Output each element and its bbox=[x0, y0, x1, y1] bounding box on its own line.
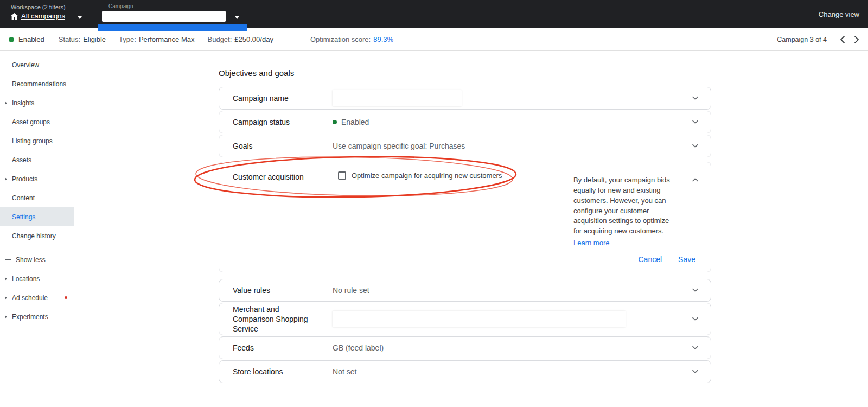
sidebar-item-assets[interactable]: Assets bbox=[0, 150, 74, 169]
setting-value: Not set bbox=[333, 367, 356, 376]
customer-acquisition-help-panel: By default, your campaign bids equally f… bbox=[565, 175, 675, 249]
setting-label: Feeds bbox=[233, 343, 333, 353]
setting-row-campaign-status[interactable]: Campaign status Enabled bbox=[219, 111, 711, 133]
sidebar-item-label: Asset groups bbox=[12, 118, 50, 126]
all-campaigns-label: All campaigns bbox=[21, 12, 65, 20]
expand-arrow-icon[interactable] bbox=[5, 277, 7, 281]
optimization-score-link[interactable]: 89.3% bbox=[373, 35, 393, 43]
sidebar-item-locations[interactable]: Locations bbox=[0, 269, 74, 288]
setting-value: Use campaign specific goal: Purchases bbox=[333, 142, 465, 150]
all-campaigns-breadcrumb[interactable]: All campaigns bbox=[11, 12, 66, 20]
chevron-left-icon bbox=[840, 36, 845, 43]
campaign-selector-label: Campaign bbox=[108, 3, 226, 9]
setting-value: No rule set bbox=[333, 286, 369, 295]
chevron-right-icon bbox=[854, 36, 859, 43]
setting-row-feeds[interactable]: Feeds GB (feed label) bbox=[219, 336, 711, 359]
sidebar-item-label: Ad schedule bbox=[12, 294, 48, 302]
home-icon bbox=[11, 13, 18, 20]
sidebar-item-label: Overview bbox=[12, 61, 39, 69]
chevron-down-icon[interactable] bbox=[692, 144, 699, 148]
sidebar-item-label: Assets bbox=[12, 156, 31, 164]
optimization-score-pair: Optimization score: 89.3% bbox=[310, 35, 393, 43]
show-less-label: Show less bbox=[16, 256, 46, 264]
campaign-status-bar: Enabled Status: Eligible Type: Performan… bbox=[0, 28, 868, 51]
sidebar-item-label: Listing groups bbox=[12, 137, 53, 145]
setting-label: Campaign name bbox=[233, 93, 333, 103]
save-button[interactable]: Save bbox=[678, 255, 695, 264]
sidebar-item-change-history[interactable]: Change history bbox=[0, 226, 74, 245]
setting-label: Merchant and Comparison Shopping Service bbox=[233, 304, 333, 334]
setting-row-value-rules[interactable]: Value rules No rule set bbox=[219, 279, 711, 302]
checkbox-label: Optimize campaign for acquiring new cust… bbox=[352, 171, 502, 180]
sidebar-item-insights[interactable]: Insights bbox=[0, 93, 74, 112]
setting-label-text: Merchant and Comparison Shopping Service bbox=[233, 304, 317, 334]
budget-pair: Budget: £250.00/day bbox=[208, 35, 273, 43]
minus-icon bbox=[5, 259, 11, 260]
type-value: Performance Max bbox=[139, 35, 195, 43]
budget-value: £250.00/day bbox=[234, 35, 273, 43]
campaign-name-value-box bbox=[333, 90, 462, 106]
setting-row-goals[interactable]: Goals Use campaign specific goal: Purcha… bbox=[219, 135, 711, 157]
sidebar-item-content[interactable]: Content bbox=[0, 188, 74, 207]
sidebar-item-label: Locations bbox=[12, 275, 40, 283]
sidebar-item-settings[interactable]: Settings bbox=[0, 207, 74, 226]
optimize-new-customers-option[interactable]: Optimize campaign for acquiring new cust… bbox=[338, 171, 502, 180]
sidebar-show-less-button[interactable]: Show less bbox=[0, 251, 74, 269]
campaign-enabled-chip[interactable]: Enabled bbox=[18, 35, 44, 43]
chevron-down-icon[interactable] bbox=[692, 346, 699, 350]
setting-value: GB (feed label) bbox=[333, 344, 384, 352]
sidebar-item-experiments[interactable]: Experiments bbox=[0, 307, 74, 326]
campaign-selector-active-indicator bbox=[98, 24, 247, 31]
cancel-button[interactable]: Cancel bbox=[638, 255, 662, 264]
type-label: Type: bbox=[119, 35, 136, 43]
expand-arrow-icon[interactable] bbox=[5, 296, 7, 300]
sidebar-item-listing-groups[interactable]: Listing groups bbox=[0, 131, 74, 150]
setting-row-campaign-name[interactable]: Campaign name bbox=[219, 87, 711, 110]
settings-main-content: Objectives and goals Campaign name Campa… bbox=[219, 68, 711, 384]
setting-label: Store locations bbox=[233, 367, 333, 377]
campaign-selector-input[interactable] bbox=[102, 11, 226, 22]
section-title: Objectives and goals bbox=[219, 68, 711, 78]
campaign-dropdown-caret-icon[interactable] bbox=[235, 16, 239, 19]
chevron-down-icon[interactable] bbox=[692, 317, 699, 321]
previous-campaign-button[interactable] bbox=[840, 36, 845, 43]
chevron-up-icon[interactable] bbox=[692, 174, 699, 184]
sidebar-item-ad-schedule[interactable]: Ad schedule bbox=[0, 288, 74, 307]
campaign-sidebar-nav: Overview Recommendations Insights Asset … bbox=[0, 51, 74, 407]
change-view-button[interactable]: Change view bbox=[819, 10, 859, 18]
next-campaign-button[interactable] bbox=[854, 36, 859, 43]
sidebar-item-asset-groups[interactable]: Asset groups bbox=[0, 112, 74, 131]
sidebar-item-products[interactable]: Products bbox=[0, 169, 74, 188]
workspace-dropdown-caret-icon[interactable] bbox=[78, 16, 82, 19]
setting-label: Customer acquisition bbox=[233, 173, 304, 181]
expand-arrow-icon[interactable] bbox=[5, 101, 7, 105]
setting-row-merchant-css[interactable]: Merchant and Comparison Shopping Service bbox=[219, 303, 711, 335]
sidebar-item-overview[interactable]: Overview bbox=[0, 55, 74, 74]
help-text: By default, your campaign bids equally f… bbox=[573, 176, 670, 235]
status-value: Eligible bbox=[83, 35, 106, 43]
sidebar-item-label: Experiments bbox=[12, 313, 48, 321]
workspace-block: Workspace (2 filters) All campaigns bbox=[11, 4, 66, 20]
sidebar-item-label: Change history bbox=[12, 232, 56, 240]
sidebar-item-label: Recommendations bbox=[12, 80, 66, 88]
optimize-new-customers-checkbox[interactable] bbox=[338, 171, 346, 180]
chevron-down-icon[interactable] bbox=[692, 96, 699, 100]
sidebar-item-recommendations[interactable]: Recommendations bbox=[0, 74, 74, 93]
expand-arrow-icon[interactable] bbox=[5, 177, 7, 181]
chevron-down-icon[interactable] bbox=[692, 288, 699, 292]
setting-label: Campaign status bbox=[233, 117, 333, 127]
merchant-value-box bbox=[333, 311, 626, 327]
notification-dot-icon bbox=[65, 296, 67, 299]
chevron-down-icon[interactable] bbox=[692, 120, 699, 124]
chevron-down-icon[interactable] bbox=[692, 370, 699, 374]
budget-label: Budget: bbox=[208, 35, 232, 43]
customer-acquisition-footer: Cancel Save bbox=[219, 246, 711, 272]
setting-value: Enabled bbox=[341, 118, 369, 126]
sidebar-item-label: Products bbox=[12, 175, 37, 183]
workspace-filters-label: Workspace (2 filters) bbox=[11, 4, 66, 10]
setting-row-store-locations[interactable]: Store locations Not set bbox=[219, 360, 711, 383]
expand-arrow-icon[interactable] bbox=[5, 315, 7, 319]
campaign-selector[interactable]: Campaign bbox=[102, 3, 226, 22]
type-pair: Type: Performance Max bbox=[119, 35, 194, 43]
optimization-score-label: Optimization score: bbox=[310, 35, 371, 43]
